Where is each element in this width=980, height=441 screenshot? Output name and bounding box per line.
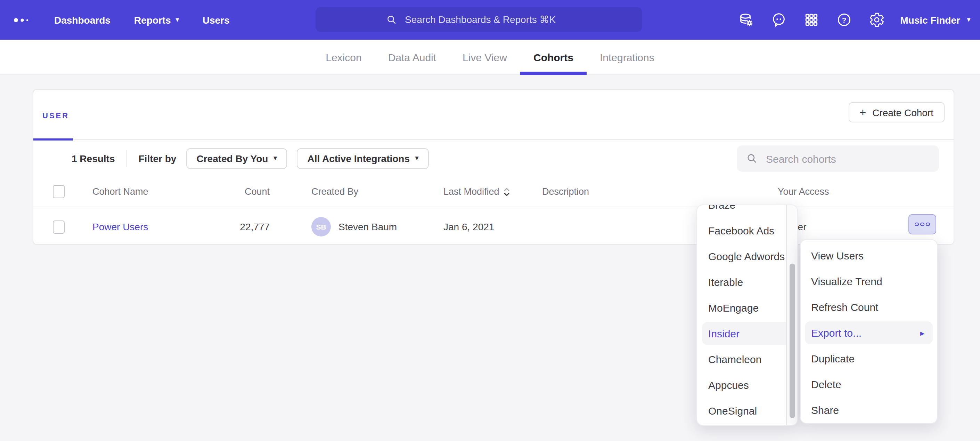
plus-icon: + bbox=[859, 107, 866, 118]
created-by-name: Steven Baum bbox=[339, 221, 397, 232]
global-search-bar[interactable] bbox=[315, 7, 642, 32]
submenu-item-google-adwords[interactable]: Google Adwords bbox=[697, 243, 797, 269]
submenu-item-iterable[interactable]: Iterable bbox=[697, 269, 797, 295]
col-created-by: Created By bbox=[311, 187, 444, 197]
col-count: Count bbox=[242, 187, 278, 197]
tab-user-cohorts[interactable]: USER bbox=[42, 111, 69, 120]
create-cohort-button[interactable]: + Create Cohort bbox=[848, 102, 945, 122]
tab-cohorts-label: Cohorts bbox=[533, 51, 573, 63]
search-icon bbox=[746, 153, 757, 164]
app-root: Dashboards Reports▾ Users bbox=[0, 0, 980, 441]
submenu-arrow-icon: ▸ bbox=[920, 329, 924, 337]
divider bbox=[127, 150, 127, 166]
menu-item-view-users[interactable]: View Users bbox=[801, 243, 937, 268]
create-cohort-label: Create Cohort bbox=[872, 107, 934, 118]
submenu-item-moengage[interactable]: MoEngage bbox=[697, 295, 797, 321]
nav-item-dashboards[interactable]: Dashboards bbox=[54, 14, 110, 26]
table-header: Cohort Name Count Created By Last Modifi… bbox=[33, 177, 954, 207]
feedback-icon[interactable] bbox=[771, 12, 787, 28]
submenu-item-appcues[interactable]: Appcues bbox=[697, 372, 797, 398]
filter-row: 1 Results Filter by Created By You ▾ All… bbox=[33, 140, 954, 177]
tab-live-view-label: Live View bbox=[463, 51, 507, 63]
tab-cohorts[interactable]: Cohorts bbox=[520, 40, 587, 74]
menu-item-export-to[interactable]: Export to... ▸ bbox=[805, 321, 933, 344]
results-count: 1 Results bbox=[72, 153, 115, 164]
col-last-modified[interactable]: Last Modified bbox=[444, 186, 542, 197]
col-cohort-name: Cohort Name bbox=[92, 187, 242, 197]
global-search-input[interactable] bbox=[404, 13, 572, 26]
brand-logo-icon[interactable] bbox=[14, 17, 29, 22]
submenu-item-facebook-ads[interactable]: Facebook Ads bbox=[697, 218, 797, 243]
tab-lexicon[interactable]: Lexicon bbox=[312, 40, 375, 74]
project-switcher[interactable]: Music Finder ▾ bbox=[900, 14, 970, 26]
submenu-item-insider[interactable]: Insider bbox=[702, 322, 792, 345]
created-by-filter[interactable]: Created By You ▾ bbox=[186, 148, 287, 169]
data-management-icon[interactable] bbox=[738, 12, 754, 28]
chevron-down-icon: ▾ bbox=[176, 17, 179, 23]
settings-gear-icon[interactable] bbox=[869, 12, 885, 28]
menu-item-refresh-count[interactable]: Refresh Count bbox=[801, 294, 937, 320]
tab-live-view[interactable]: Live View bbox=[449, 40, 520, 74]
top-nav: Dashboards Reports▾ Users bbox=[0, 0, 980, 40]
cohort-type-header: USER + Create Cohort bbox=[33, 90, 954, 140]
integrations-filter-label: All Active Integrations bbox=[307, 153, 410, 164]
export-destination-submenu: Braze Facebook Ads Google Adwords Iterab… bbox=[697, 205, 798, 426]
search-icon bbox=[386, 14, 396, 25]
apps-grid-icon[interactable] bbox=[803, 12, 819, 28]
row-more-actions-button[interactable] bbox=[908, 214, 936, 235]
row-context-menu: View Users Visualize Trend Refresh Count… bbox=[800, 239, 938, 423]
export-destination-list: Braze Facebook Ads Google Adwords Iterab… bbox=[697, 205, 797, 423]
avatar: SB bbox=[311, 217, 331, 236]
chevron-down-icon: ▾ bbox=[415, 155, 418, 161]
menu-item-visualize-trend[interactable]: Visualize Trend bbox=[801, 268, 937, 294]
svg-text:?: ? bbox=[842, 16, 846, 24]
tab-integrations-label: Integrations bbox=[600, 51, 654, 63]
col-description: Description bbox=[542, 187, 778, 197]
section-tabs: Lexicon Data Audit Live View Cohorts Int… bbox=[0, 40, 980, 75]
chevron-down-icon: ▾ bbox=[967, 17, 970, 23]
chevron-down-icon: ▾ bbox=[274, 155, 277, 161]
nav-item-dashboards-label: Dashboards bbox=[54, 14, 110, 26]
ellipsis-icon bbox=[921, 222, 924, 227]
submenu-item-chameleon[interactable]: Chameleon bbox=[697, 347, 797, 372]
integrations-filter[interactable]: All Active Integrations ▾ bbox=[297, 148, 429, 169]
cohort-name-link[interactable]: Power Users bbox=[92, 221, 148, 232]
select-all-checkbox[interactable] bbox=[53, 185, 65, 198]
project-name: Music Finder bbox=[900, 14, 960, 26]
nav-links: Dashboards Reports▾ Users bbox=[54, 14, 230, 26]
menu-item-share[interactable]: Share bbox=[801, 397, 937, 423]
ellipsis-icon bbox=[926, 222, 930, 227]
filter-by-label: Filter by bbox=[138, 153, 177, 164]
tab-lexicon-label: Lexicon bbox=[326, 51, 361, 63]
nav-right-controls: ? Music Finder ▾ bbox=[721, 0, 970, 40]
sort-icon[interactable] bbox=[504, 186, 511, 197]
help-icon[interactable]: ? bbox=[836, 12, 852, 28]
submenu-scrollbar-track[interactable] bbox=[786, 205, 797, 425]
nav-item-users-label: Users bbox=[203, 14, 230, 26]
menu-item-delete[interactable]: Delete bbox=[801, 371, 937, 397]
submenu-scrollbar-thumb[interactable] bbox=[789, 264, 795, 418]
nav-item-reports-label: Reports bbox=[134, 14, 171, 26]
ellipsis-icon bbox=[915, 222, 919, 227]
submenu-item-onesignal[interactable]: OneSignal bbox=[697, 398, 797, 423]
tab-data-audit-label: Data Audit bbox=[388, 51, 436, 63]
tab-data-audit[interactable]: Data Audit bbox=[375, 40, 449, 74]
active-tab-underline bbox=[520, 72, 587, 75]
last-modified-cell: Jan 6, 2021 bbox=[444, 221, 542, 232]
menu-item-duplicate[interactable]: Duplicate bbox=[801, 346, 937, 371]
nav-item-reports[interactable]: Reports▾ bbox=[134, 14, 179, 26]
row-checkbox[interactable] bbox=[53, 220, 65, 233]
cohort-search-bar[interactable] bbox=[737, 145, 939, 172]
nav-item-users[interactable]: Users bbox=[203, 14, 230, 26]
created-by-filter-label: Created By You bbox=[196, 153, 268, 164]
cohort-search-input[interactable] bbox=[765, 152, 906, 165]
submenu-item-braze[interactable]: Braze bbox=[697, 205, 797, 218]
tab-integrations[interactable]: Integrations bbox=[587, 40, 668, 74]
col-your-access: Your Access bbox=[778, 187, 954, 197]
cohorts-card: USER + Create Cohort 1 Results Filter by… bbox=[33, 89, 954, 245]
created-by-cell: SB Steven Baum bbox=[311, 217, 444, 236]
cohort-count: 22,777 bbox=[242, 221, 278, 232]
